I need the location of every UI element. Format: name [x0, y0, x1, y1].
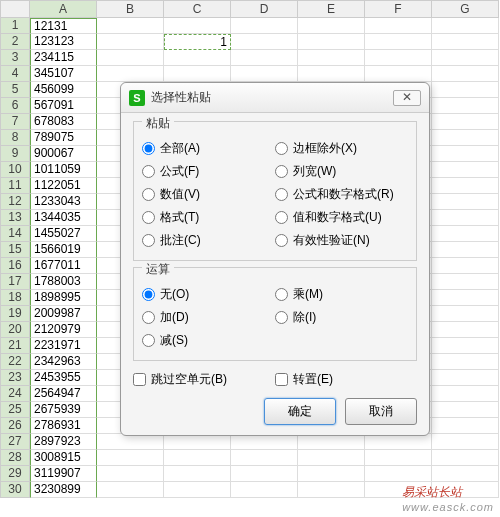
- row-header[interactable]: 2: [0, 34, 30, 50]
- row-header[interactable]: 7: [0, 114, 30, 130]
- cell[interactable]: [298, 18, 365, 34]
- paste-option[interactable]: 批注(C): [142, 229, 275, 252]
- cell[interactable]: [365, 66, 432, 82]
- operation-radio[interactable]: [142, 311, 155, 324]
- cell[interactable]: 3230899: [30, 482, 97, 498]
- row-header[interactable]: 21: [0, 338, 30, 354]
- cell[interactable]: 567091: [30, 98, 97, 114]
- paste-radio[interactable]: [275, 142, 288, 155]
- cell[interactable]: [298, 482, 365, 498]
- cell[interactable]: [432, 194, 499, 210]
- operation-option[interactable]: 减(S): [142, 329, 275, 352]
- row-header[interactable]: 13: [0, 210, 30, 226]
- cell[interactable]: [298, 450, 365, 466]
- cell[interactable]: [365, 450, 432, 466]
- row-header[interactable]: 27: [0, 434, 30, 450]
- cell[interactable]: [97, 434, 164, 450]
- cell[interactable]: [97, 18, 164, 34]
- cell[interactable]: [298, 66, 365, 82]
- row-header[interactable]: 17: [0, 274, 30, 290]
- select-all-corner[interactable]: [0, 0, 30, 18]
- row-header[interactable]: 15: [0, 242, 30, 258]
- cancel-button[interactable]: 取消: [345, 398, 417, 425]
- row-header[interactable]: 19: [0, 306, 30, 322]
- cell[interactable]: [97, 450, 164, 466]
- paste-radio[interactable]: [142, 165, 155, 178]
- operation-option[interactable]: 乘(M): [275, 283, 408, 306]
- cell[interactable]: [432, 66, 499, 82]
- cell[interactable]: 12131: [30, 18, 97, 34]
- cell[interactable]: [432, 290, 499, 306]
- cell[interactable]: [432, 210, 499, 226]
- cell[interactable]: [365, 50, 432, 66]
- col-header-A[interactable]: A: [30, 0, 97, 18]
- row-header[interactable]: 24: [0, 386, 30, 402]
- cell[interactable]: [97, 34, 164, 50]
- cell[interactable]: [432, 162, 499, 178]
- cell[interactable]: [164, 50, 231, 66]
- cell[interactable]: [432, 114, 499, 130]
- cell[interactable]: [164, 482, 231, 498]
- paste-radio[interactable]: [142, 234, 155, 247]
- cell[interactable]: 123123: [30, 34, 97, 50]
- cell[interactable]: 900067: [30, 146, 97, 162]
- row-header[interactable]: 30: [0, 482, 30, 498]
- cell[interactable]: [432, 50, 499, 66]
- dialog-titlebar[interactable]: S 选择性粘贴 ✕: [121, 83, 429, 113]
- cell[interactable]: [432, 242, 499, 258]
- row-header[interactable]: 28: [0, 450, 30, 466]
- paste-radio[interactable]: [275, 234, 288, 247]
- cell[interactable]: [231, 66, 298, 82]
- cell[interactable]: [432, 434, 499, 450]
- cell[interactable]: [432, 34, 499, 50]
- row-header[interactable]: 25: [0, 402, 30, 418]
- cell[interactable]: 1677011: [30, 258, 97, 274]
- cell[interactable]: 2675939: [30, 402, 97, 418]
- row-header[interactable]: 11: [0, 178, 30, 194]
- cell[interactable]: 678083: [30, 114, 97, 130]
- row-header[interactable]: 10: [0, 162, 30, 178]
- transpose-checkbox[interactable]: 转置(E): [275, 371, 417, 388]
- row-header[interactable]: 8: [0, 130, 30, 146]
- row-header[interactable]: 4: [0, 66, 30, 82]
- paste-radio[interactable]: [275, 188, 288, 201]
- row-header[interactable]: 5: [0, 82, 30, 98]
- cell[interactable]: [432, 386, 499, 402]
- row-header[interactable]: 29: [0, 466, 30, 482]
- cell[interactable]: 2897923: [30, 434, 97, 450]
- skip-blanks-checkbox[interactable]: 跳过空单元(B): [133, 371, 275, 388]
- cell[interactable]: [231, 466, 298, 482]
- cell[interactable]: 2786931: [30, 418, 97, 434]
- row-header[interactable]: 18: [0, 290, 30, 306]
- cell[interactable]: [365, 34, 432, 50]
- cell[interactable]: 2342963: [30, 354, 97, 370]
- col-header-D[interactable]: D: [231, 0, 298, 18]
- operation-option[interactable]: 除(I): [275, 306, 408, 329]
- cell[interactable]: [432, 274, 499, 290]
- row-header[interactable]: 14: [0, 226, 30, 242]
- paste-radio[interactable]: [142, 211, 155, 224]
- col-header-F[interactable]: F: [365, 0, 432, 18]
- cell[interactable]: 1: [164, 34, 231, 50]
- cell[interactable]: [231, 34, 298, 50]
- cell[interactable]: 2231971: [30, 338, 97, 354]
- cell[interactable]: [432, 178, 499, 194]
- cell[interactable]: [432, 354, 499, 370]
- cell[interactable]: [231, 450, 298, 466]
- cell[interactable]: [97, 466, 164, 482]
- paste-radio[interactable]: [142, 142, 155, 155]
- cell[interactable]: [432, 130, 499, 146]
- row-header[interactable]: 9: [0, 146, 30, 162]
- cell[interactable]: [432, 82, 499, 98]
- paste-radio[interactable]: [142, 188, 155, 201]
- cell[interactable]: [432, 322, 499, 338]
- col-header-C[interactable]: C: [164, 0, 231, 18]
- cell[interactable]: [365, 18, 432, 34]
- col-header-B[interactable]: B: [97, 0, 164, 18]
- operation-radio[interactable]: [142, 334, 155, 347]
- cell[interactable]: [432, 98, 499, 114]
- col-header-G[interactable]: G: [432, 0, 499, 18]
- paste-option[interactable]: 列宽(W): [275, 160, 408, 183]
- paste-option[interactable]: 公式和数字格式(R): [275, 183, 408, 206]
- cell[interactable]: 2120979: [30, 322, 97, 338]
